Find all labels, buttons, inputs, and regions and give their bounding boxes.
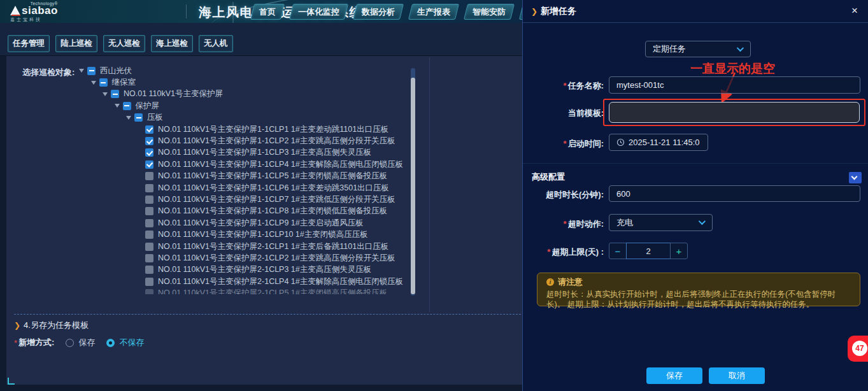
caret-down-icon[interactable] xyxy=(115,104,120,108)
tree-node[interactable]: NO.01 110kV1号主变保护屏1-1CLP4 1#主变解除高压侧电压闭锁压… xyxy=(0,159,420,170)
logo-red-bar xyxy=(11,15,20,16)
nav-tab[interactable]: 智能安防 xyxy=(464,4,515,20)
tree-node[interactable]: NO.01 110kV1号主变保护屏1-1CLP10 1#主变闭锁高压压板 xyxy=(0,229,420,240)
checked-checkbox[interactable] xyxy=(145,125,153,134)
tree-node[interactable]: NO.01 110kV1号主变保护屏1-1CLP7 1#主变跳低压侧分段开关压板 xyxy=(0,194,420,205)
tree-node[interactable]: NO.01 110kV1号主变保护屏1-1CLP3 1#主变高压侧失灵压板 xyxy=(0,147,420,159)
save-button[interactable]: 保存 xyxy=(646,367,702,384)
toolbar-tab[interactable]: 陆上巡检 xyxy=(55,35,97,52)
toolbar-tab[interactable]: 无人机 xyxy=(199,35,233,52)
checked-checkbox[interactable] xyxy=(145,137,153,145)
indeterminate-checkbox[interactable] xyxy=(123,102,131,110)
tree-node[interactable]: NO.01 110kV1号主变保护屏2-1CLP5 1#主变闭锁高压侧备投压板 xyxy=(0,287,420,294)
tree-node-label: NO.01 110kV1号主变保护屏1-1CLP1 1#主变差动跳1101出口压… xyxy=(158,124,388,135)
overdue-limit-value[interactable]: 2 xyxy=(626,243,671,259)
caret-down-icon[interactable] xyxy=(126,116,131,120)
logo-brand-text: siabao xyxy=(22,6,58,15)
radio-nosave-label[interactable]: 不保存 xyxy=(119,337,144,348)
timeout-action-value: 充电 xyxy=(616,217,633,229)
tree-node-label: NO.01 110kV1号主变保护屏1-1CLP4 1#主变解除高压侧电压闭锁压… xyxy=(158,159,403,170)
timeout-action-select[interactable]: 充电 xyxy=(609,214,713,231)
nav-tab[interactable]: 一体化监控 xyxy=(289,4,348,20)
unchecked-checkbox[interactable] xyxy=(145,207,153,215)
nav-tab[interactable]: 数据分析 xyxy=(353,4,404,20)
cancel-button[interactable]: 取消 xyxy=(709,367,765,384)
logo-separator xyxy=(186,4,187,18)
tree-node[interactable]: NO.01 110kV1号主变保护屏1-1CLP5 1#主变闭锁高压侧备投压板 xyxy=(0,171,420,182)
advanced-collapse-button[interactable] xyxy=(849,172,862,183)
close-icon[interactable]: × xyxy=(851,5,858,16)
tree-node[interactable]: 保护屏 xyxy=(0,100,420,111)
unchecked-checkbox[interactable] xyxy=(145,195,153,204)
tree-node[interactable]: NO.01 110kV1号主变保护屏1-1CLP8 1#主变闭锁低压侧备投压板 xyxy=(0,206,420,217)
caret-down-icon[interactable] xyxy=(103,92,108,96)
checked-checkbox[interactable] xyxy=(145,160,153,169)
toolbar-tabs: 任务管理陆上巡检无人巡检海上巡检无人机 xyxy=(8,35,233,52)
tree-node[interactable]: 继保室 xyxy=(0,76,420,88)
badge-count: 47 xyxy=(852,341,867,356)
unchecked-checkbox[interactable] xyxy=(145,172,153,180)
task-name-label: *任务名称: xyxy=(564,80,604,92)
tree-node-label: 压板 xyxy=(147,112,163,123)
tree-scrollbar[interactable] xyxy=(411,68,415,295)
timeout-input[interactable]: 600 xyxy=(609,185,860,202)
tree-node-label: NO.01 110kV1号主变保护屏2-1CLP5 1#主变闭锁高压侧备投压板 xyxy=(158,288,387,294)
indeterminate-checkbox[interactable] xyxy=(99,78,108,87)
tree-node[interactable]: NO.01 110kV1号主变保护屏1-1CLP6 1#主变差动跳3501出口压… xyxy=(0,182,420,194)
unchecked-checkbox[interactable] xyxy=(145,219,153,227)
start-time-value: 2025-11-21 11:45:0 xyxy=(629,138,700,147)
required-asterisk: * xyxy=(564,81,567,90)
checked-checkbox[interactable] xyxy=(145,148,153,157)
nav-tab[interactable]: 首页 xyxy=(250,4,285,20)
scrollbar-thumb[interactable] xyxy=(411,78,415,294)
radio-nosave-selected[interactable] xyxy=(106,339,115,347)
indeterminate-checkbox[interactable] xyxy=(111,90,119,98)
tree-node[interactable]: NO.01 110kV1号主变保护屏1-1CLP2 1#主变跳高压侧分段开关压板 xyxy=(0,135,420,146)
feedback-badge[interactable]: 47 xyxy=(848,336,868,362)
unchecked-checkbox[interactable] xyxy=(145,184,153,192)
start-time-picker[interactable]: 2025-11-21 11:45:0 xyxy=(609,134,708,151)
radio-save-unselected[interactable] xyxy=(66,339,74,347)
nav-tab-label: 生产报表 xyxy=(417,6,450,17)
tree-node[interactable]: NO.01 110kV1号主变保护屏2-1CLP3 1#主变高压侧失灵压板 xyxy=(0,264,420,276)
unchecked-checkbox[interactable] xyxy=(145,266,153,274)
unchecked-checkbox[interactable] xyxy=(145,254,153,262)
corner-bracket-decoration xyxy=(8,378,15,385)
nav-tab-label: 数据分析 xyxy=(362,6,395,17)
tree-node[interactable]: NO.01 110kV1号主变保护屏2-1CLP1 1#主变后备跳1101出口压… xyxy=(0,241,420,252)
required-asterisk: * xyxy=(547,247,550,257)
tree-node-label: NO.01 110kV1号主变保护屏1-1CLP10 1#主变闭锁高压压板 xyxy=(158,229,368,240)
indeterminate-checkbox[interactable] xyxy=(87,67,96,75)
task-name-input[interactable]: mytest-001tc xyxy=(609,76,860,94)
chevron-down-icon xyxy=(737,45,744,52)
template-input[interactable] xyxy=(609,102,860,123)
nav-tab[interactable]: 生产报表 xyxy=(408,4,459,20)
task-type-select[interactable]: 定期任务 xyxy=(645,41,751,57)
caret-down-icon[interactable] xyxy=(79,69,84,73)
tree-node-label: NO.01 110kV1号主变保护屏2-1CLP1 1#主变后备跳1101出口压… xyxy=(158,241,388,252)
tree-node[interactable]: NO.01 110kV1号主变保护屏2-1CLP2 1#主变跳高压侧分段开关压板 xyxy=(0,252,420,264)
tree-node-label: NO.01 110kV1号主变保护屏1-1CLP5 1#主变闭锁高压侧备投压板 xyxy=(158,171,387,181)
section-bracket-icon: ❯ xyxy=(14,321,20,330)
tree-node[interactable]: NO.01 110kV1号主变保护屏1-1CLP9 1#主变启动通风压板 xyxy=(0,217,420,229)
indeterminate-checkbox[interactable] xyxy=(134,113,143,122)
tree-node[interactable]: 压板 xyxy=(0,112,420,124)
unchecked-checkbox[interactable] xyxy=(145,243,153,251)
task-name-value: mytest-001tc xyxy=(616,80,664,90)
toolbar-tab[interactable]: 海上巡检 xyxy=(151,35,193,52)
caret-down-icon[interactable] xyxy=(91,81,96,85)
stepper-plus-button[interactable]: + xyxy=(670,243,688,259)
unchecked-checkbox[interactable] xyxy=(145,289,153,294)
toolbar-tab[interactable]: 任务管理 xyxy=(8,35,50,52)
unchecked-checkbox[interactable] xyxy=(145,278,153,286)
tree-node-label: NO.01 110kV1号主变保护屏1-1CLP9 1#主变启动通风压板 xyxy=(158,218,364,229)
toolbar-tab[interactable]: 无人巡检 xyxy=(103,35,145,52)
tree-node[interactable]: NO.01 110kV1号主变保护屏2-1CLP4 1#主变解除高压侧电压闭锁压… xyxy=(0,276,420,287)
tree-node[interactable]: NO.01 110kV1号主变保护屏1-1CLP1 1#主变差动跳1101出口压… xyxy=(0,124,420,135)
radio-save-label[interactable]: 保存 xyxy=(78,337,95,348)
stepper-minus-button[interactable]: − xyxy=(609,243,627,259)
tree-node[interactable]: NO.01 110kV1号主变保护屏 xyxy=(0,89,420,100)
tree-node[interactable]: 西山光伏 xyxy=(0,65,420,76)
timeout-label: 超时时长(分钟): xyxy=(546,189,604,201)
unchecked-checkbox[interactable] xyxy=(145,231,153,239)
